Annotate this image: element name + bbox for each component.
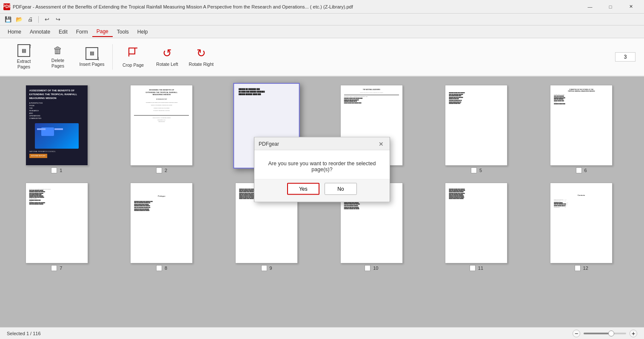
dialog-body: Are you sure you want to reorder the sel… [254,150,390,179]
dialog-message: Are you sure you want to reorder the sel… [268,161,376,172]
confirm-dialog: PDFgear ✕ Are you sure you want to reord… [254,137,390,202]
dialog-titlebar: PDFgear ✕ [254,138,390,150]
dialog-title: PDFgear [259,141,279,147]
dialog-overlay: PDFgear ✕ Are you sure you want to reord… [0,0,644,339]
dialog-no-button[interactable]: No [325,183,357,195]
dialog-buttons: Yes No [254,179,390,202]
dialog-yes-button[interactable]: Yes [287,183,319,195]
dialog-close-button[interactable]: ✕ [377,139,385,148]
